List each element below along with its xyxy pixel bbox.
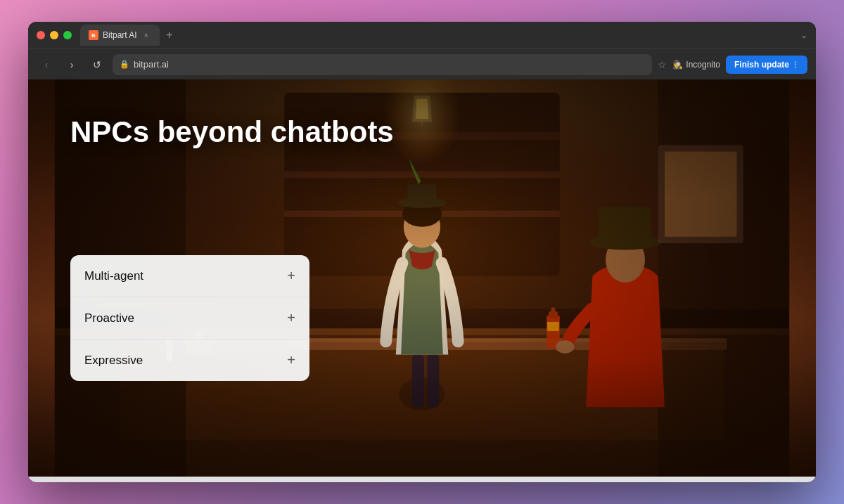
feature-expand-expressive[interactable]: + [287,352,295,368]
bottom-bar [28,477,816,482]
feature-cards: Multi-agent + Proactive + Expressive + [70,255,309,381]
finish-update-label: Finish update [734,60,789,70]
back-button[interactable]: ‹ [37,55,56,75]
incognito-button[interactable]: 🕵️ Incognito [672,60,720,70]
hero-content: NPCs beyond chatbots Multi-agent + Proac… [28,79,816,477]
feature-expand-proactive[interactable]: + [287,310,295,326]
title-bar: B Bitpart AI × + ⌄ [28,22,816,49]
traffic-lights [37,31,72,39]
lock-icon: 🔒 [120,60,129,69]
chevron-down-icon[interactable]: ⌄ [800,30,807,40]
nav-right: 🕵️ Incognito Finish update ⋮ [672,56,807,74]
incognito-icon: 🕵️ [672,60,683,70]
maximize-button[interactable] [63,31,72,39]
menu-dots-icon: ⋮ [792,60,799,68]
feature-label-multi-agent: Multi-agent [84,269,143,283]
tab-bar: B Bitpart AI × + [80,25,800,46]
forward-button[interactable]: › [62,55,82,75]
tab-favicon: B [89,30,98,40]
new-tab-button[interactable]: + [160,25,179,45]
refresh-button[interactable]: ↺ [87,55,107,75]
tab-close-button[interactable]: × [141,30,151,40]
window-controls-right: ⌄ [800,30,807,40]
feature-expand-multi-agent[interactable]: + [287,268,295,284]
content-area: NPCs beyond chatbots Multi-agent + Proac… [28,79,816,477]
browser-window: B Bitpart AI × + ⌄ ‹ › ↺ 🔒 bitpart.ai ☆ … [28,22,816,482]
feature-label-expressive: Expressive [84,354,143,368]
active-tab[interactable]: B Bitpart AI × [80,25,160,46]
feature-item-expressive[interactable]: Expressive + [70,340,309,381]
hero-title: NPCs beyond chatbots [70,115,774,150]
address-bar[interactable]: 🔒 bitpart.ai [113,54,652,75]
bookmark-button[interactable]: ☆ [658,59,667,70]
minimize-button[interactable] [50,31,58,39]
feature-label-proactive: Proactive [84,311,134,325]
close-button[interactable] [37,31,45,39]
feature-item-multi-agent[interactable]: Multi-agent + [70,255,309,297]
feature-item-proactive[interactable]: Proactive + [70,297,309,340]
nav-bar: ‹ › ↺ 🔒 bitpart.ai ☆ 🕵️ Incognito Finish… [28,49,816,79]
url-text: bitpart.ai [134,59,169,70]
finish-update-button[interactable]: Finish update ⋮ [726,56,807,74]
tab-title: Bitpart AI [103,30,137,40]
